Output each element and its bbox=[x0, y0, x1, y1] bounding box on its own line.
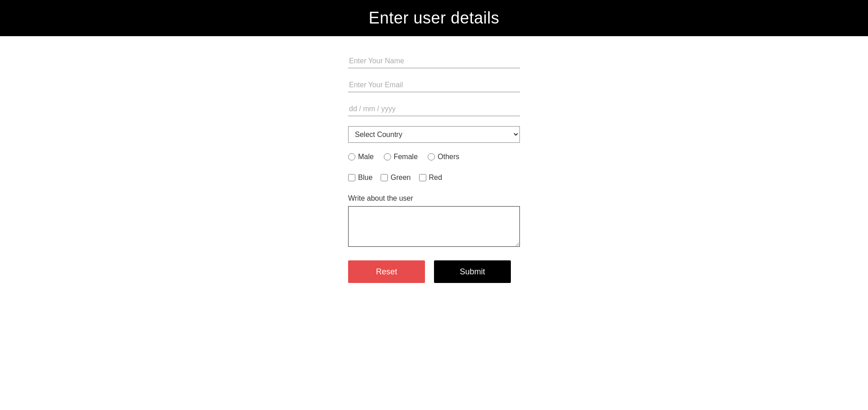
color-checkbox-group: Blue Green Red bbox=[348, 174, 520, 182]
color-blue-checkbox[interactable] bbox=[348, 174, 355, 181]
color-blue-label[interactable]: Blue bbox=[348, 174, 373, 182]
page-title: Enter user details bbox=[368, 9, 499, 28]
date-field-group bbox=[348, 102, 520, 116]
gender-female-text: Female bbox=[394, 153, 418, 161]
color-green-text: Green bbox=[391, 174, 410, 182]
page-header: Enter user details bbox=[0, 0, 868, 36]
name-field-group bbox=[348, 54, 520, 68]
gender-others-text: Others bbox=[438, 153, 459, 161]
user-about-textarea[interactable] bbox=[348, 206, 520, 247]
color-blue-text: Blue bbox=[358, 174, 373, 182]
email-input[interactable] bbox=[348, 78, 520, 92]
gender-others-label[interactable]: Others bbox=[428, 153, 459, 161]
button-group: Reset Submit bbox=[348, 260, 520, 283]
gender-male-text: Male bbox=[358, 153, 374, 161]
gender-male-radio[interactable] bbox=[348, 153, 355, 160]
color-green-label[interactable]: Green bbox=[381, 174, 410, 182]
gender-male-label[interactable]: Male bbox=[348, 153, 374, 161]
gender-radio-group: Male Female Others bbox=[348, 153, 520, 161]
color-green-checkbox[interactable] bbox=[381, 174, 388, 181]
country-field-group: Select Country United States United King… bbox=[348, 126, 520, 143]
name-input[interactable] bbox=[348, 54, 520, 68]
textarea-label: Write about the user bbox=[348, 194, 520, 203]
country-select[interactable]: Select Country United States United King… bbox=[348, 126, 520, 143]
color-red-text: Red bbox=[429, 174, 442, 182]
email-field-group bbox=[348, 78, 520, 92]
gender-female-radio[interactable] bbox=[384, 153, 391, 160]
gender-female-label[interactable]: Female bbox=[384, 153, 418, 161]
textarea-group: Write about the user bbox=[348, 194, 520, 249]
gender-others-radio[interactable] bbox=[428, 153, 435, 160]
form-inner: Select Country United States United King… bbox=[348, 54, 520, 283]
form-container: Select Country United States United King… bbox=[0, 36, 868, 283]
reset-button[interactable]: Reset bbox=[348, 260, 425, 283]
color-red-checkbox[interactable] bbox=[419, 174, 426, 181]
date-input[interactable] bbox=[348, 102, 520, 116]
color-red-label[interactable]: Red bbox=[419, 174, 442, 182]
submit-button[interactable]: Submit bbox=[434, 260, 511, 283]
